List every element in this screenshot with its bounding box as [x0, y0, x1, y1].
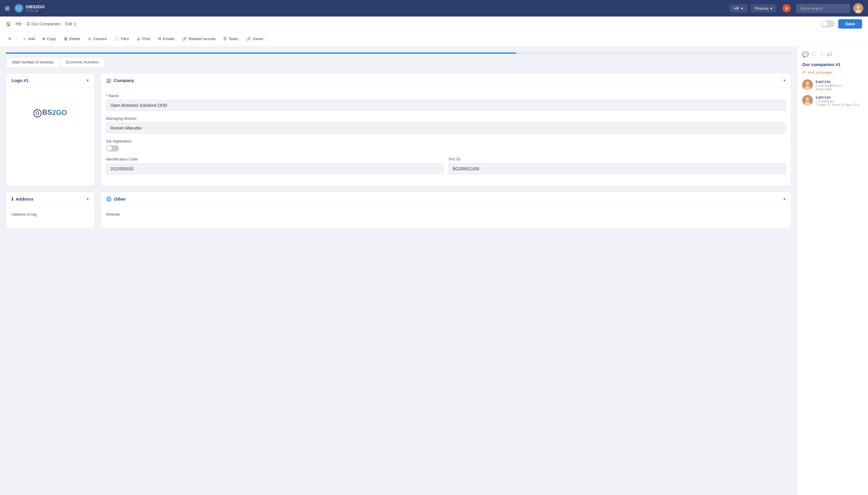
- camera-button[interactable]: ⊙ Camera: [84, 35, 110, 43]
- name-label: * Name: [106, 93, 786, 98]
- sidebar-tag-label: test_privileges: [808, 70, 833, 75]
- logo-image: OBS 2GO: [27, 105, 74, 120]
- panels-row-2: ℹ Address ▾ Address of reg.: [6, 192, 791, 228]
- delete-button[interactable]: 🗑 Delete: [60, 35, 84, 43]
- website-label: Website: [106, 212, 786, 217]
- sidebar-history-action-0: / Last modified by /: [816, 84, 843, 87]
- files-button[interactable]: 📄 Files: [111, 35, 132, 43]
- tab-economic-activities[interactable]: Economic Activities: [60, 57, 105, 67]
- svg-point-8: [806, 97, 809, 101]
- name-input[interactable]: [106, 100, 786, 111]
- logo-display: OBS 2GO: [12, 93, 89, 132]
- tasks-button[interactable]: ☰ Tasks: [220, 35, 242, 43]
- vat-toggle[interactable]: [106, 145, 119, 152]
- logo-circle: [15, 4, 23, 13]
- general-button[interactable]: 🔗 Gener...: [243, 35, 270, 43]
- sidebar-history-name-0: Luci Liu: [816, 79, 843, 84]
- id-code-field-group: Identification Code: [106, 157, 443, 174]
- other-panel: 🌐 Other ▾ Website: [100, 192, 791, 228]
- logo-obs-text: OBS: [33, 108, 52, 117]
- address-panel-body: Address of reg.: [6, 206, 94, 228]
- logo-panel: Logo #1 ▾ OBS 2GO: [6, 73, 95, 186]
- sidebar-comment-icon[interactable]: 💬: [802, 51, 809, 58]
- breadcrumb-edit: Edit: [65, 21, 72, 26]
- notification-badge[interactable]: 9: [782, 4, 791, 12]
- related-records-icon: 🔗: [182, 37, 187, 41]
- list-icon: ☰: [26, 21, 30, 26]
- user-avatar[interactable]: [853, 3, 863, 13]
- copy-icon: ⧉: [43, 37, 45, 41]
- logo-svg: [16, 5, 21, 11]
- tax-id-field-group: TAX ID: [448, 157, 786, 174]
- address-panel-title: ℹ Address: [12, 197, 33, 202]
- sidebar-avatar-image-1: [802, 95, 813, 106]
- progress-bar-fill: [6, 52, 517, 54]
- refresh-button[interactable]: ↻: [5, 35, 15, 43]
- grid-icon[interactable]: ⊞: [5, 5, 10, 12]
- breadcrumb-actions: Save: [821, 19, 862, 29]
- sidebar-history-name-1: Luci Liu: [816, 95, 859, 99]
- id-code-label: Identification Code: [106, 157, 443, 161]
- logo-circle-text: O: [33, 109, 42, 117]
- toolbar-actions: ＋ Add ⧉ Copy 🗑 Delete ⊙ Camera 📄 Files 🖨: [19, 35, 863, 44]
- quick-search-input[interactable]: [797, 4, 850, 13]
- logo-panel-body: OBS 2GO: [6, 88, 94, 138]
- main-content: Start number of invoices Economic Activi…: [0, 47, 797, 495]
- save-button[interactable]: Save: [838, 19, 862, 29]
- address-panel-collapse-icon[interactable]: ▾: [86, 196, 89, 202]
- logo-panel-collapse-icon[interactable]: ▾: [86, 78, 89, 83]
- other-panel-collapse-icon[interactable]: ▾: [783, 196, 786, 202]
- id-code-input[interactable]: [106, 163, 443, 174]
- svg-point-2: [856, 5, 860, 9]
- sidebar-tag-action-icon[interactable]: 🏷: [827, 52, 832, 58]
- toggle-knob: [822, 21, 828, 27]
- hr-menu-button[interactable]: HR ▾: [730, 4, 747, 12]
- hr-chevron-icon: ▾: [741, 6, 743, 11]
- company-panel: 🏢 Company ▾ * Name Managing director: [100, 73, 791, 186]
- panels-row-1: Logo #1 ▾ OBS 2GO: [6, 73, 791, 186]
- edit-toggle-wrap[interactable]: [821, 20, 835, 28]
- tax-id-input[interactable]: [448, 163, 786, 174]
- avatar-image: [853, 3, 863, 13]
- sidebar-heart-icon[interactable]: ♡: [812, 51, 816, 58]
- progress-bar: [6, 52, 791, 54]
- breadcrumb-list[interactable]: ☰ Our Companies: [26, 21, 60, 26]
- add-icon: ＋: [22, 36, 26, 41]
- tab-start-number[interactable]: Start number of invoices: [6, 57, 60, 67]
- breadcrumb-home[interactable]: 🏠: [6, 21, 11, 26]
- managing-director-input[interactable]: [106, 122, 786, 134]
- name-field-group: * Name: [106, 93, 786, 111]
- address-reg-field-group: Address of reg.: [12, 212, 89, 217]
- managing-director-label: Managing director: [106, 116, 786, 121]
- print-button[interactable]: 🖨 Print: [133, 35, 154, 43]
- address-reg-label: Address of reg.: [12, 212, 89, 217]
- edit-mode-toggle[interactable]: [821, 20, 835, 28]
- finance-menu-button[interactable]: Finance ▾: [751, 4, 776, 12]
- vat-toggle-knob: [107, 146, 112, 151]
- toolbar: ↻ ＋ Add ⧉ Copy 🗑 Delete ⊙ Camera 📄 Files: [0, 31, 868, 47]
- emails-icon: ✉: [158, 37, 161, 41]
- general-icon: 🔗: [246, 37, 251, 41]
- app-time: 17:22:18: [26, 9, 45, 12]
- files-icon: 📄: [114, 37, 119, 41]
- breadcrumb-hr[interactable]: HR: [16, 21, 21, 26]
- address-panel: ℹ Address ▾ Address of reg.: [6, 192, 95, 228]
- address-panel-header: ℹ Address ▾: [6, 192, 94, 206]
- breadcrumb-sep-3: ›: [62, 22, 63, 26]
- managing-director-field-group: Managing director: [106, 116, 786, 134]
- notification-button[interactable]: 9: [782, 4, 791, 12]
- breadcrumb-sep-2: ›: [23, 22, 24, 26]
- tax-id-label: TAX ID: [448, 157, 786, 161]
- app-name: OBS2GO: [26, 4, 45, 9]
- tasks-icon: ☰: [223, 37, 227, 41]
- company-panel-collapse-icon[interactable]: ▾: [783, 78, 786, 83]
- add-button[interactable]: ＋ Add: [19, 35, 38, 44]
- copy-button[interactable]: ⧉ Copy: [39, 35, 59, 43]
- sidebar-tag: 🏷 test_privileges: [802, 70, 863, 75]
- related-records-button[interactable]: 🔗 Related records: [179, 35, 219, 43]
- emails-button[interactable]: ✉ Emails: [154, 35, 178, 43]
- sidebar-history-info-0: Luci Liu / Last modified by / 9 days Ago: [816, 79, 843, 91]
- sidebar-history-action-1: / Created by /: [816, 99, 859, 103]
- app-logo[interactable]: OBS2GO 17:22:18: [15, 4, 45, 13]
- sidebar-star-icon[interactable]: ☆: [819, 51, 824, 58]
